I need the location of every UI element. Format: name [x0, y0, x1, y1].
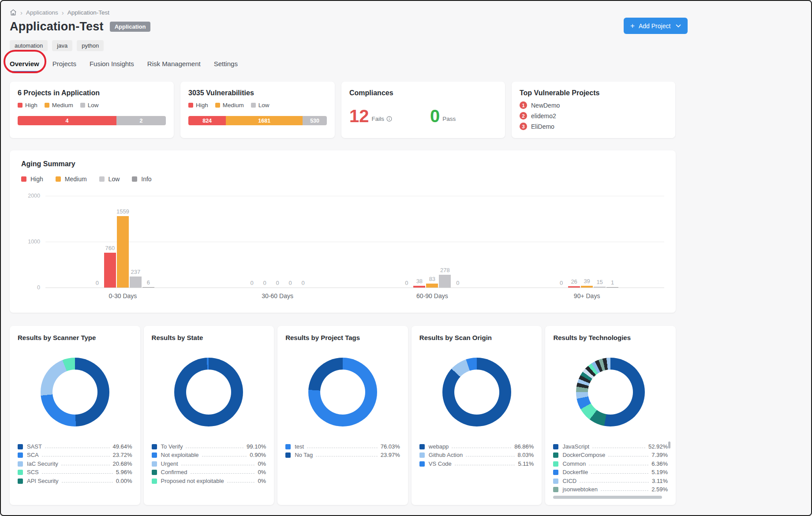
dotted-leader: [42, 456, 110, 456]
legend-swatch: [285, 444, 291, 449]
legend-item[interactable]: High: [188, 102, 208, 108]
legend-label: Info: [141, 176, 151, 183]
top-vulnerable-item[interactable]: 1NewDemo: [520, 101, 667, 109]
vulnerabilities-severity-bar[interactable]: 8241681530: [188, 116, 327, 125]
scan-origin-donut-chart[interactable]: [442, 358, 511, 426]
bar-value-label: 38: [416, 278, 423, 284]
legend-percent: 5.96%: [116, 469, 132, 475]
technologies-donut-chart[interactable]: [576, 358, 645, 426]
bar[interactable]: [142, 287, 154, 288]
dotted-leader: [592, 448, 645, 448]
bar-slot: 760: [104, 245, 116, 288]
legend-swatch: [553, 444, 558, 449]
legend-item[interactable]: test76.03%: [285, 441, 400, 450]
breadcrumb-item[interactable]: Application-Test: [67, 9, 109, 16]
legend-item[interactable]: Proposed not exploitable0%: [152, 475, 266, 484]
bar-value-label: 237: [131, 269, 141, 275]
horizontal-scrollbar[interactable]: [553, 496, 662, 499]
legend-label: High: [25, 102, 37, 108]
aging-x-axis-labels: 0-30 Days30-60 Days60-90 Days90+ Days: [45, 292, 664, 299]
vertical-scrollbar-thumb[interactable]: [668, 441, 670, 449]
legend-item[interactable]: SAST49.64%: [18, 441, 132, 450]
projects-severity-bar[interactable]: 42: [18, 116, 166, 125]
legend-item[interactable]: Dockerfile5.19%: [553, 467, 668, 476]
legend-item[interactable]: No Tag23.97%: [285, 450, 400, 459]
legend-item[interactable]: Common6.36%: [553, 458, 668, 467]
bar[interactable]: [439, 275, 451, 288]
legend-item[interactable]: Github Action8.03%: [419, 450, 534, 459]
bar-slot: 0: [246, 280, 258, 288]
bar[interactable]: [130, 277, 142, 288]
legend-item[interactable]: To Verify99.10%: [152, 441, 266, 450]
tab-overview[interactable]: Overview: [10, 60, 39, 68]
top-vulnerable-item[interactable]: 2elidemo2: [520, 112, 667, 120]
project-name: NewDemo: [531, 102, 560, 109]
legend-item[interactable]: VS Code5.11%: [419, 458, 534, 467]
top-vulnerable-item[interactable]: 3EliDemo: [520, 123, 667, 130]
card-projects-in-application: 6 Projects in Application HighMediumLow …: [10, 82, 174, 138]
legend-item[interactable]: Low: [99, 176, 120, 183]
results-card-row: Results by Scanner TypeSAST49.64%SCA23.7…: [10, 326, 676, 505]
add-project-button[interactable]: + Add Project: [624, 18, 688, 34]
bar-value-label: 278: [440, 267, 450, 273]
tab-settings[interactable]: Settings: [214, 60, 238, 68]
bar[interactable]: [117, 216, 129, 288]
severity-legend: HighMediumLow: [18, 102, 166, 108]
breadcrumb-items: ›Applications›Application-Test: [20, 9, 109, 16]
legend-item[interactable]: jsonwebtoken2.59%: [553, 484, 668, 493]
bar[interactable]: [606, 287, 618, 288]
legend-item[interactable]: Confirmed0%: [152, 467, 266, 476]
breadcrumb-item[interactable]: Applications: [26, 9, 58, 16]
legend-item[interactable]: Urgent0%: [152, 458, 266, 467]
bar[interactable]: [426, 284, 438, 288]
legend-item[interactable]: webapp86.86%: [419, 441, 534, 450]
legend-item[interactable]: IaC Security20.68%: [18, 458, 132, 467]
scanner-type-donut-chart[interactable]: [41, 358, 109, 426]
bar-value-label: 0: [289, 280, 292, 286]
legend-item[interactable]: Medium: [45, 102, 73, 108]
bar-value-label: 0: [560, 280, 563, 286]
bar[interactable]: [581, 286, 593, 288]
bar-slot: 15: [594, 279, 606, 288]
donut-legend: JavaScript52.92%DockerCompose7.39%Common…: [553, 441, 668, 493]
tag-chip: java: [52, 40, 72, 51]
tab-risk-management[interactable]: Risk Management: [147, 60, 201, 68]
legend-item[interactable]: High: [21, 176, 43, 183]
tab-projects[interactable]: Projects: [52, 60, 76, 68]
legend-item[interactable]: Low: [251, 102, 269, 108]
legend-swatch: [18, 452, 23, 458]
legend-item[interactable]: Medium: [56, 176, 87, 183]
state-donut-chart[interactable]: [174, 358, 243, 426]
tab-fusion-insights[interactable]: Fusion Insights: [90, 60, 134, 68]
legend-percent: 5.19%: [651, 469, 668, 475]
legend-item[interactable]: Medium: [215, 102, 244, 108]
bar[interactable]: [594, 287, 606, 288]
dotted-leader: [42, 473, 113, 474]
bar-value-label: 0: [302, 280, 305, 286]
bar[interactable]: [568, 286, 580, 288]
legend-item[interactable]: CICD3.11%: [553, 475, 668, 484]
dotted-leader: [202, 456, 247, 456]
legend-label: test: [295, 443, 304, 450]
project-tags-donut-chart[interactable]: [308, 358, 377, 426]
legend-item[interactable]: Info: [132, 176, 151, 183]
home-icon[interactable]: [10, 9, 17, 16]
legend-item[interactable]: Low: [80, 102, 99, 108]
bar-slot: 0: [91, 280, 103, 288]
legend-swatch: [45, 103, 49, 108]
legend-percent: 76.03%: [381, 443, 400, 450]
bar[interactable]: [413, 286, 425, 288]
y-axis-tick: 0: [37, 284, 40, 291]
card-title: 3035 Vulnerabilities: [188, 89, 327, 97]
legend-item[interactable]: DockerCompose7.39%: [553, 450, 668, 459]
aging-bar-chart[interactable]: 0100020000760155923760000003883278002639…: [45, 196, 664, 288]
info-icon[interactable]: [386, 116, 392, 122]
legend-item[interactable]: Not exploitable0.90%: [152, 450, 266, 459]
rank-badge: 2: [520, 112, 527, 120]
bar[interactable]: [104, 253, 116, 288]
legend-item[interactable]: SCA23.72%: [18, 450, 132, 459]
legend-item[interactable]: SCS5.96%: [18, 467, 132, 476]
legend-item[interactable]: High: [18, 102, 37, 108]
legend-item[interactable]: JavaScript52.92%: [553, 441, 668, 450]
legend-item[interactable]: API Security0.00%: [18, 475, 132, 484]
